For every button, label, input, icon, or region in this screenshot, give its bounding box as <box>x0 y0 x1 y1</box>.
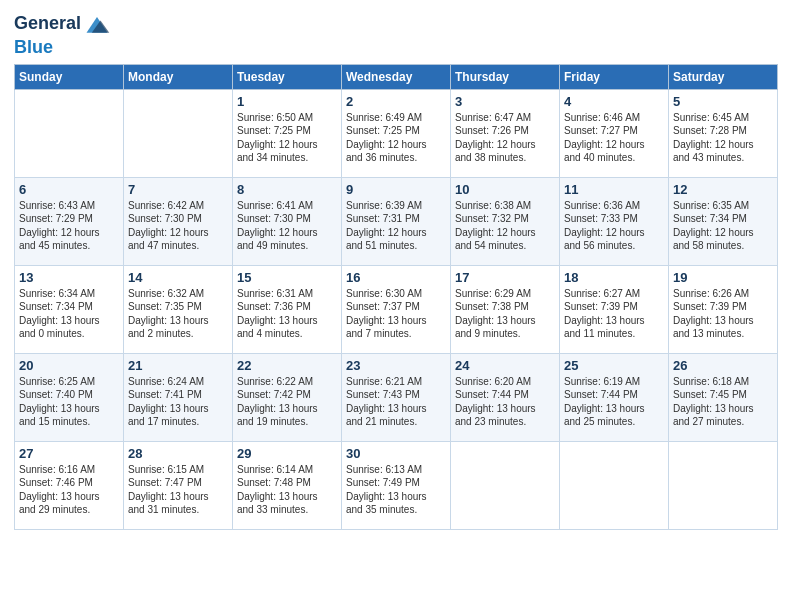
calendar-cell <box>451 441 560 529</box>
week-row-5: 27 Sunrise: 6:16 AM Sunset: 7:46 PM Dayl… <box>15 441 778 529</box>
day-info: Sunrise: 6:45 AM Sunset: 7:28 PM Dayligh… <box>673 111 773 165</box>
calendar-cell <box>669 441 778 529</box>
day-number: 16 <box>346 270 446 285</box>
day-number: 9 <box>346 182 446 197</box>
day-number: 5 <box>673 94 773 109</box>
calendar-cell: 23 Sunrise: 6:21 AM Sunset: 7:43 PM Dayl… <box>342 353 451 441</box>
calendar-cell: 30 Sunrise: 6:13 AM Sunset: 7:49 PM Dayl… <box>342 441 451 529</box>
week-row-3: 13 Sunrise: 6:34 AM Sunset: 7:34 PM Dayl… <box>15 265 778 353</box>
day-info: Sunrise: 6:25 AM Sunset: 7:40 PM Dayligh… <box>19 375 119 429</box>
day-info: Sunrise: 6:14 AM Sunset: 7:48 PM Dayligh… <box>237 463 337 517</box>
day-number: 30 <box>346 446 446 461</box>
day-number: 21 <box>128 358 228 373</box>
calendar-cell: 11 Sunrise: 6:36 AM Sunset: 7:33 PM Dayl… <box>560 177 669 265</box>
day-number: 17 <box>455 270 555 285</box>
calendar-cell: 19 Sunrise: 6:26 AM Sunset: 7:39 PM Dayl… <box>669 265 778 353</box>
day-number: 3 <box>455 94 555 109</box>
day-info: Sunrise: 6:13 AM Sunset: 7:49 PM Dayligh… <box>346 463 446 517</box>
header: General Blue <box>14 10 778 58</box>
day-number: 20 <box>19 358 119 373</box>
day-number: 24 <box>455 358 555 373</box>
day-number: 7 <box>128 182 228 197</box>
calendar-cell: 16 Sunrise: 6:30 AM Sunset: 7:37 PM Dayl… <box>342 265 451 353</box>
day-number: 10 <box>455 182 555 197</box>
day-info: Sunrise: 6:21 AM Sunset: 7:43 PM Dayligh… <box>346 375 446 429</box>
day-number: 11 <box>564 182 664 197</box>
calendar-cell: 3 Sunrise: 6:47 AM Sunset: 7:26 PM Dayli… <box>451 89 560 177</box>
calendar-table: SundayMondayTuesdayWednesdayThursdayFrid… <box>14 64 778 530</box>
day-info: Sunrise: 6:50 AM Sunset: 7:25 PM Dayligh… <box>237 111 337 165</box>
day-number: 15 <box>237 270 337 285</box>
day-number: 4 <box>564 94 664 109</box>
day-number: 29 <box>237 446 337 461</box>
day-info: Sunrise: 6:30 AM Sunset: 7:37 PM Dayligh… <box>346 287 446 341</box>
logo-text: General <box>14 14 81 34</box>
logo-text-blue: Blue <box>14 38 111 58</box>
day-info: Sunrise: 6:36 AM Sunset: 7:33 PM Dayligh… <box>564 199 664 253</box>
week-row-4: 20 Sunrise: 6:25 AM Sunset: 7:40 PM Dayl… <box>15 353 778 441</box>
day-info: Sunrise: 6:22 AM Sunset: 7:42 PM Dayligh… <box>237 375 337 429</box>
calendar-cell: 10 Sunrise: 6:38 AM Sunset: 7:32 PM Dayl… <box>451 177 560 265</box>
page: General Blue SundayMondayTuesdayWednesda… <box>0 0 792 612</box>
weekday-header-thursday: Thursday <box>451 64 560 89</box>
calendar-cell: 9 Sunrise: 6:39 AM Sunset: 7:31 PM Dayli… <box>342 177 451 265</box>
day-number: 19 <box>673 270 773 285</box>
day-info: Sunrise: 6:49 AM Sunset: 7:25 PM Dayligh… <box>346 111 446 165</box>
day-info: Sunrise: 6:41 AM Sunset: 7:30 PM Dayligh… <box>237 199 337 253</box>
day-info: Sunrise: 6:15 AM Sunset: 7:47 PM Dayligh… <box>128 463 228 517</box>
day-info: Sunrise: 6:34 AM Sunset: 7:34 PM Dayligh… <box>19 287 119 341</box>
day-number: 27 <box>19 446 119 461</box>
day-info: Sunrise: 6:35 AM Sunset: 7:34 PM Dayligh… <box>673 199 773 253</box>
calendar-cell <box>560 441 669 529</box>
weekday-header-friday: Friday <box>560 64 669 89</box>
calendar-cell: 25 Sunrise: 6:19 AM Sunset: 7:44 PM Dayl… <box>560 353 669 441</box>
calendar-cell: 27 Sunrise: 6:16 AM Sunset: 7:46 PM Dayl… <box>15 441 124 529</box>
day-info: Sunrise: 6:47 AM Sunset: 7:26 PM Dayligh… <box>455 111 555 165</box>
week-row-1: 1 Sunrise: 6:50 AM Sunset: 7:25 PM Dayli… <box>15 89 778 177</box>
weekday-header-tuesday: Tuesday <box>233 64 342 89</box>
calendar-cell: 15 Sunrise: 6:31 AM Sunset: 7:36 PM Dayl… <box>233 265 342 353</box>
day-number: 1 <box>237 94 337 109</box>
calendar-cell: 7 Sunrise: 6:42 AM Sunset: 7:30 PM Dayli… <box>124 177 233 265</box>
day-number: 2 <box>346 94 446 109</box>
calendar-cell: 21 Sunrise: 6:24 AM Sunset: 7:41 PM Dayl… <box>124 353 233 441</box>
day-number: 22 <box>237 358 337 373</box>
weekday-header-wednesday: Wednesday <box>342 64 451 89</box>
calendar-cell: 29 Sunrise: 6:14 AM Sunset: 7:48 PM Dayl… <box>233 441 342 529</box>
calendar-cell: 8 Sunrise: 6:41 AM Sunset: 7:30 PM Dayli… <box>233 177 342 265</box>
weekday-header-saturday: Saturday <box>669 64 778 89</box>
day-number: 25 <box>564 358 664 373</box>
logo: General Blue <box>14 10 111 58</box>
day-number: 8 <box>237 182 337 197</box>
day-number: 14 <box>128 270 228 285</box>
day-number: 12 <box>673 182 773 197</box>
day-info: Sunrise: 6:16 AM Sunset: 7:46 PM Dayligh… <box>19 463 119 517</box>
day-info: Sunrise: 6:29 AM Sunset: 7:38 PM Dayligh… <box>455 287 555 341</box>
day-info: Sunrise: 6:46 AM Sunset: 7:27 PM Dayligh… <box>564 111 664 165</box>
calendar-cell: 22 Sunrise: 6:22 AM Sunset: 7:42 PM Dayl… <box>233 353 342 441</box>
day-info: Sunrise: 6:39 AM Sunset: 7:31 PM Dayligh… <box>346 199 446 253</box>
day-info: Sunrise: 6:27 AM Sunset: 7:39 PM Dayligh… <box>564 287 664 341</box>
day-info: Sunrise: 6:18 AM Sunset: 7:45 PM Dayligh… <box>673 375 773 429</box>
day-info: Sunrise: 6:31 AM Sunset: 7:36 PM Dayligh… <box>237 287 337 341</box>
calendar-cell: 24 Sunrise: 6:20 AM Sunset: 7:44 PM Dayl… <box>451 353 560 441</box>
calendar-cell: 14 Sunrise: 6:32 AM Sunset: 7:35 PM Dayl… <box>124 265 233 353</box>
weekday-header-row: SundayMondayTuesdayWednesdayThursdayFrid… <box>15 64 778 89</box>
day-info: Sunrise: 6:19 AM Sunset: 7:44 PM Dayligh… <box>564 375 664 429</box>
calendar-cell: 18 Sunrise: 6:27 AM Sunset: 7:39 PM Dayl… <box>560 265 669 353</box>
calendar-cell <box>15 89 124 177</box>
calendar-cell: 28 Sunrise: 6:15 AM Sunset: 7:47 PM Dayl… <box>124 441 233 529</box>
day-number: 18 <box>564 270 664 285</box>
calendar-cell: 20 Sunrise: 6:25 AM Sunset: 7:40 PM Dayl… <box>15 353 124 441</box>
week-row-2: 6 Sunrise: 6:43 AM Sunset: 7:29 PM Dayli… <box>15 177 778 265</box>
weekday-header-monday: Monday <box>124 64 233 89</box>
calendar-cell: 6 Sunrise: 6:43 AM Sunset: 7:29 PM Dayli… <box>15 177 124 265</box>
calendar-cell: 26 Sunrise: 6:18 AM Sunset: 7:45 PM Dayl… <box>669 353 778 441</box>
day-number: 26 <box>673 358 773 373</box>
calendar-cell: 13 Sunrise: 6:34 AM Sunset: 7:34 PM Dayl… <box>15 265 124 353</box>
day-info: Sunrise: 6:43 AM Sunset: 7:29 PM Dayligh… <box>19 199 119 253</box>
calendar-cell: 2 Sunrise: 6:49 AM Sunset: 7:25 PM Dayli… <box>342 89 451 177</box>
day-info: Sunrise: 6:20 AM Sunset: 7:44 PM Dayligh… <box>455 375 555 429</box>
calendar-cell: 4 Sunrise: 6:46 AM Sunset: 7:27 PM Dayli… <box>560 89 669 177</box>
calendar-cell: 17 Sunrise: 6:29 AM Sunset: 7:38 PM Dayl… <box>451 265 560 353</box>
